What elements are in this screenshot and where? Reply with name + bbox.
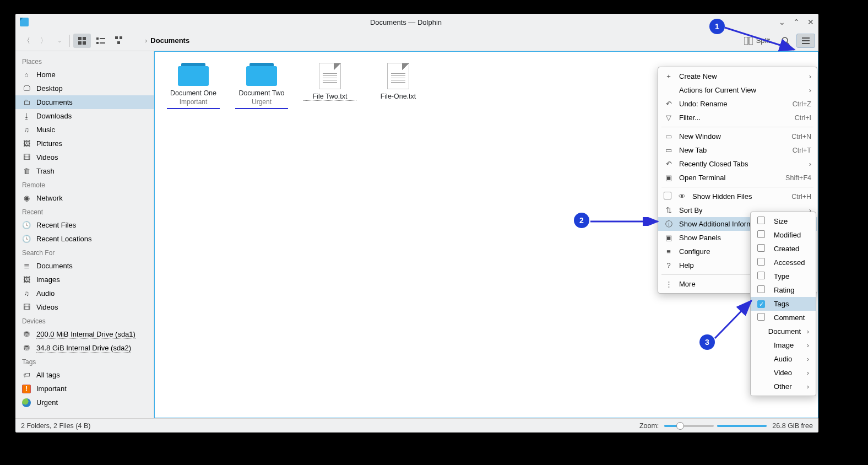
sidebar-item-urgent[interactable]: Urgent — [15, 396, 154, 409]
compact-view-button[interactable] — [92, 34, 110, 48]
tag-orange-icon: ! — [22, 385, 31, 393]
sidebar-item-images[interactable]: 🖼Images — [15, 273, 154, 286]
minimize-button[interactable]: ⌄ — [779, 18, 785, 26]
menu-item-undo-rename[interactable]: ↶Undo: RenameCtrl+Z — [658, 97, 817, 111]
sidebar-item-label: Important — [36, 385, 67, 393]
menu-item-comment[interactable]: Comment — [751, 311, 816, 325]
menu-item-new-tab[interactable]: ▭New TabCtrl+T — [658, 143, 817, 157]
menu-label: Show Hidden Files — [692, 192, 786, 201]
menu-icon: ↶ — [664, 100, 674, 108]
hamburger-menu-button[interactable] — [796, 34, 815, 48]
search-button[interactable] — [777, 34, 794, 48]
breadcrumb-location: Documents — [150, 36, 189, 45]
file-item[interactable]: Document OneImportant — [167, 63, 220, 109]
sidebar-item-label: Home — [36, 71, 56, 79]
forward-button[interactable]: 〉 — [36, 33, 52, 48]
menu-label: Modified — [774, 231, 809, 239]
sidebar-item-label: 200.0 MiB Internal Drive (sda1) — [36, 330, 135, 339]
menu-icon: ? — [664, 261, 674, 269]
file-name: Document One — [167, 89, 220, 97]
menu-item-accessed[interactable]: Accessed — [751, 256, 816, 269]
additional-info-submenu: SizeModifiedCreatedAccessedTypeRating✓Ta… — [750, 212, 816, 396]
annotation-1: 1 — [709, 19, 725, 34]
zoom-slider[interactable] — [664, 425, 767, 427]
menu-item-tags[interactable]: ✓Tags — [751, 297, 816, 311]
home-icon: ⌂ — [22, 71, 31, 79]
chevron-right-icon: › — [806, 327, 809, 336]
menu-icon: ▭ — [664, 146, 674, 154]
sidebar-item-34-8-gib-internal-drive-sda2-[interactable]: ⛃34.8 GiB Internal Drive (sda2) — [15, 341, 154, 355]
sidebar-item-label: Urgent — [36, 398, 58, 407]
menu-item-image[interactable]: Image› — [751, 338, 816, 352]
tag-globe-icon — [22, 398, 31, 407]
sidebar-item-trash[interactable]: 🗑Trash — [15, 164, 154, 178]
menu-icon: ▣ — [664, 234, 674, 242]
sidebar-item-all-tags[interactable]: 🏷All tags — [15, 368, 154, 382]
sidebar-header: Devices — [15, 314, 154, 327]
sidebar-item-home[interactable]: ⌂Home — [15, 68, 154, 82]
sidebar-item-label: 34.8 GiB Internal Drive (sda2) — [36, 344, 131, 353]
nav-dropdown[interactable]: ⌄ — [53, 35, 66, 46]
svg-rect-4 — [96, 37, 99, 40]
close-button[interactable]: ✕ — [807, 18, 814, 26]
checkbox-icon — [757, 217, 765, 224]
file-item[interactable]: File Two.txt — [303, 63, 356, 109]
menu-item-document[interactable]: Document› — [751, 325, 816, 338]
music-icon: ♫ — [22, 289, 31, 298]
menu-item-new-window[interactable]: ▭New WindowCtrl+N — [658, 129, 817, 143]
sidebar-item-important[interactable]: !Important — [15, 382, 154, 396]
menu-item-modified[interactable]: Modified — [751, 228, 816, 242]
toolbar: 〈 〉 ⌄ › Documents Split — [15, 30, 818, 51]
menu-item-created[interactable]: Created — [751, 242, 816, 256]
sidebar-item-videos[interactable]: 🎞Videos — [15, 300, 154, 314]
sidebar-item-documents[interactable]: 🗀Documents — [15, 95, 154, 109]
sidebar-header: Tags — [15, 355, 154, 368]
sidebar-item-label: Audio — [36, 289, 55, 298]
sidebar-item-label: Pictures — [36, 139, 62, 148]
menu-item-actions-for-current-view[interactable]: Actions for Current View› — [658, 83, 817, 97]
back-button[interactable]: 〈 — [19, 33, 35, 48]
checkbox-icon — [757, 230, 765, 238]
menu-item-show-hidden-files[interactable]: 👁Show Hidden FilesCtrl+H — [658, 190, 817, 203]
menu-item-rating[interactable]: Rating — [751, 283, 816, 297]
video-icon: 🎞 — [22, 153, 31, 161]
download-icon: ⭳ — [22, 112, 31, 120]
sidebar-item-music[interactable]: ♫Music — [15, 123, 154, 137]
sidebar-item-videos[interactable]: 🎞Videos — [15, 150, 154, 164]
file-item[interactable]: File-One.txt — [372, 63, 425, 109]
sidebar-item-network[interactable]: ◉Network — [15, 191, 154, 205]
maximize-button[interactable]: ⌃ — [793, 18, 800, 26]
menu-label: Other — [774, 382, 798, 391]
sidebar-item-desktop[interactable]: 🖵Desktop — [15, 82, 154, 95]
file-item[interactable]: Document TwoUrgent — [235, 63, 288, 109]
menu-item-open-terminal[interactable]: ▣Open TerminalShift+F4 — [658, 171, 817, 185]
sidebar-item-audio[interactable]: ♫Audio — [15, 286, 154, 300]
menu-item-other[interactable]: Other› — [751, 380, 816, 393]
menu-item-recently-closed-tabs[interactable]: ↶Recently Closed Tabs› — [658, 157, 817, 171]
menu-item-audio[interactable]: Audio› — [751, 352, 816, 366]
menu-label: New Window — [679, 132, 786, 140]
menu-item-type[interactable]: Type — [751, 269, 816, 283]
menu-item-size[interactable]: Size — [751, 214, 816, 228]
breadcrumb[interactable]: › Documents — [128, 36, 740, 45]
sidebar-item-pictures[interactable]: 🖼Pictures — [15, 137, 154, 150]
file-name: File-One.txt — [372, 93, 425, 100]
menu-label: Actions for Current View — [679, 86, 800, 94]
file-tag: Urgent — [235, 98, 288, 106]
sidebar-item-downloads[interactable]: ⭳Downloads — [15, 109, 154, 123]
icons-view-button[interactable] — [73, 34, 91, 48]
sidebar-item-200-0-mib-internal-drive-sda1-[interactable]: ⛃200.0 MiB Internal Drive (sda1) — [15, 327, 154, 341]
menu-item-video[interactable]: Video› — [751, 366, 816, 380]
video-icon: 🎞 — [22, 303, 31, 311]
separator — [69, 35, 70, 47]
sidebar-item-label: Network — [36, 194, 63, 202]
svg-rect-5 — [100, 38, 105, 39]
sidebar-item-label: Recent Files — [36, 221, 76, 229]
sidebar-item-documents[interactable]: ≣Documents — [15, 259, 154, 273]
menu-item-create-new[interactable]: +Create New› — [658, 69, 817, 83]
sidebar-item-recent-locations[interactable]: 🕓Recent Locations — [15, 232, 154, 246]
menu-item-filter-[interactable]: ▽Filter...Ctrl+I — [658, 111, 817, 125]
split-button[interactable]: Split — [740, 34, 774, 47]
sidebar-item-recent-files[interactable]: 🕓Recent Files — [15, 218, 154, 232]
details-view-button[interactable] — [111, 34, 128, 48]
